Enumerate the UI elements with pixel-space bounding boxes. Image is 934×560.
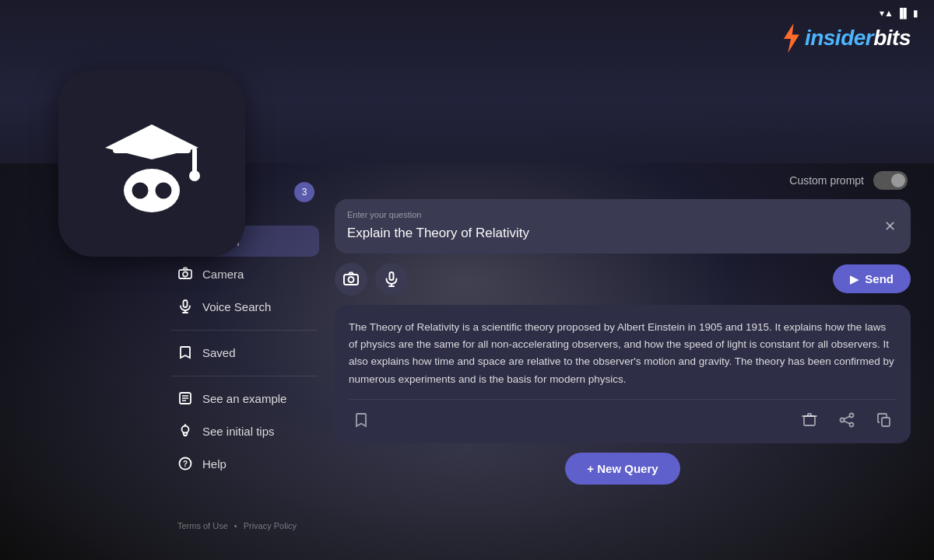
svg-point-5 (131, 181, 149, 200)
custom-prompt-label: Custom prompt (789, 174, 864, 187)
status-bar: ▾▲ ▐▌ ▮ (880, 8, 918, 19)
custom-prompt-bar: Custom prompt (335, 171, 911, 190)
main-content: Custom prompt Enter your question Explai… (335, 171, 911, 544)
divider-1 (170, 330, 318, 331)
question-close-button[interactable]: ✕ (880, 216, 900, 236)
app-icon (58, 70, 245, 257)
sidebar-item-voice-search-label: Voice Search (202, 300, 271, 313)
divider-2 (170, 376, 318, 376)
svg-point-35 (841, 418, 844, 422)
share-button[interactable] (834, 408, 859, 432)
custom-prompt-toggle[interactable] (873, 171, 908, 190)
svg-point-3 (189, 170, 200, 181)
svg-marker-10 (784, 23, 799, 53)
microphone-action-button[interactable] (375, 263, 408, 296)
sidebar-saved-section: Saved (162, 337, 325, 369)
question-card: Enter your question Explain the Theory o… (335, 199, 911, 254)
send-icon: ▶ (850, 273, 859, 285)
toggle-knob (891, 173, 905, 187)
answer-card: The Theory of Relativity is a scientific… (335, 305, 911, 443)
new-query-button[interactable]: + New Query (565, 453, 679, 485)
tips-icon (177, 423, 193, 439)
question-text[interactable]: Explain the Theory of Relativity (347, 224, 898, 243)
new-query-label: + New Query (587, 462, 658, 475)
sidebar-item-saved-label: Saved (202, 346, 236, 359)
delete-button[interactable] (797, 408, 822, 432)
saved-icon (177, 345, 193, 360)
svg-rect-32 (804, 416, 815, 425)
sidebar-extra-section: See an example See initial tips ? Help (162, 383, 325, 481)
svg-line-37 (844, 416, 850, 419)
terms-of-use-link[interactable]: Terms of Use (177, 521, 228, 530)
camera-action-button[interactable] (335, 263, 367, 296)
footer-dot: • (234, 521, 237, 530)
signal-icon: ▐▌ (897, 8, 910, 19)
sidebar-item-camera-label: Camera (202, 268, 244, 281)
svg-rect-29 (390, 272, 394, 280)
sidebar-item-see-example[interactable]: See an example (168, 383, 319, 414)
sidebar-item-camera[interactable]: Camera (168, 258, 319, 289)
sidebar-badge: 3 (294, 182, 314, 202)
example-icon (177, 390, 193, 406)
svg-point-34 (850, 413, 854, 417)
sidebar-item-voice-search[interactable]: Voice Search (168, 291, 319, 322)
answer-text: The Theory of Relativity is a scientific… (349, 319, 897, 388)
svg-text:?: ? (183, 460, 188, 468)
svg-point-36 (850, 422, 854, 426)
sidebar-item-help[interactable]: ? Help (168, 448, 319, 479)
sidebar-item-see-initial-tips-label: See initial tips (202, 425, 275, 438)
wifi-icon: ▾▲ (880, 8, 894, 19)
copy-button[interactable] (872, 408, 897, 432)
sidebar-item-see-initial-tips[interactable]: See initial tips (168, 415, 319, 446)
svg-rect-27 (344, 275, 358, 285)
svg-line-38 (844, 421, 850, 424)
help-icon: ? (177, 456, 193, 471)
svg-point-22 (182, 426, 189, 433)
battery-icon: ▮ (913, 8, 918, 19)
answer-actions (349, 399, 897, 432)
bookmark-button[interactable] (349, 408, 374, 432)
svg-rect-15 (184, 300, 188, 307)
microphone-icon (177, 299, 193, 314)
privacy-policy-link[interactable]: Privacy Policy (244, 521, 297, 530)
send-button[interactable]: ▶ Send (833, 264, 911, 293)
svg-point-14 (183, 272, 188, 277)
logo-container: insiderbits (780, 23, 911, 53)
camera-icon (177, 266, 193, 282)
logo-text: insiderbits (805, 26, 911, 51)
svg-point-28 (349, 277, 354, 282)
sidebar-item-help-label: Help (202, 457, 226, 471)
action-row: ▶ Send (335, 263, 911, 296)
send-label: Send (865, 272, 894, 285)
svg-rect-2 (192, 148, 197, 173)
sidebar-item-saved[interactable]: Saved (168, 337, 319, 368)
svg-marker-1 (105, 124, 198, 159)
sidebar-footer: Terms of Use • Privacy Policy (162, 515, 325, 544)
question-input-label: Enter your question (347, 210, 898, 219)
svg-point-6 (154, 181, 173, 200)
sidebar-item-see-example-label: See an example (202, 392, 286, 405)
svg-rect-39 (882, 418, 890, 426)
